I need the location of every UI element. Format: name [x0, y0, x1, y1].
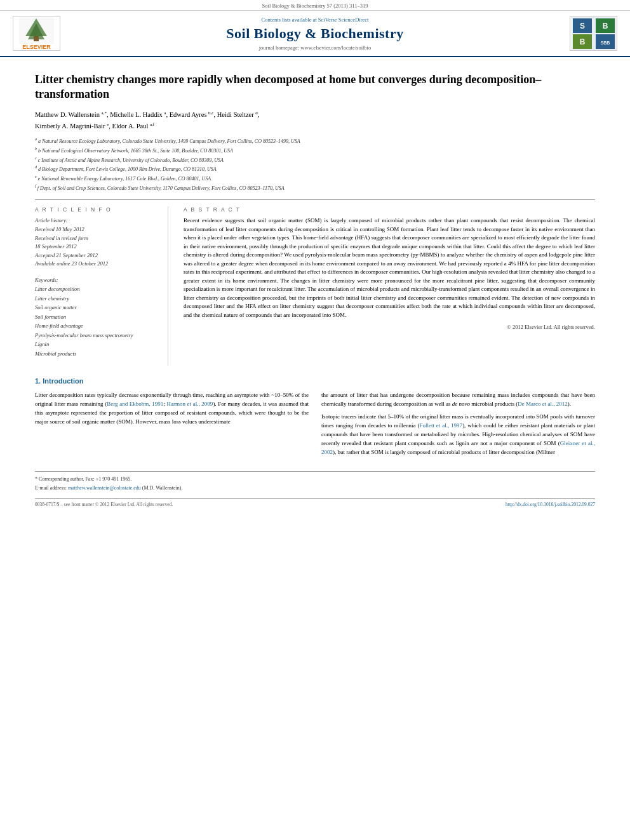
abstract-column: A B S T R A C T Recent evidence suggests… — [181, 206, 595, 366]
ref-berg[interactable]: Berg and Ekbohm, 1991 — [107, 401, 163, 407]
intro-left-col: Litter decomposition rates typically dec… — [35, 391, 309, 461]
journal-citation-bar: Soil Biology & Biochemistry 57 (2013) 31… — [0, 0, 630, 11]
journal-title: Soil Biology & Biochemistry — [70, 25, 560, 42]
svg-rect-3 — [34, 36, 39, 41]
aff-e: e e National Renewable Energy Laboratory… — [35, 174, 595, 183]
intro-body: Litter decomposition rates typically dec… — [35, 391, 595, 461]
intro-section-title: 1. Introduction — [35, 377, 595, 385]
journal-citation: Soil Biology & Biochemistry 57 (2013) 31… — [262, 3, 368, 9]
copyright: © 2012 Elsevier Ltd. All rights reserved… — [184, 323, 595, 331]
keyword-6: Pyrolysis-molecular beam mass spectromet… — [35, 331, 158, 340]
author-paul: Eldor A. Paul a,f — [112, 123, 155, 130]
journal-title-area: Contents lists available at SciVerse Sci… — [70, 17, 560, 51]
header-divider — [35, 199, 595, 200]
ref-demarco[interactable]: De Marco et al., 2012 — [518, 401, 567, 407]
keyword-8: Microbial products — [35, 349, 158, 358]
article-title: Litter chemistry changes more rapidly wh… — [35, 72, 595, 102]
svg-text:B: B — [602, 22, 608, 30]
article-history-block: Article history: Received 10 May 2012 Re… — [35, 217, 158, 269]
footnotes-area: * Corresponding author. Fax: +1 970 491 … — [35, 471, 595, 492]
aff-a: a a Natural Resource Ecology Laboratory,… — [35, 137, 595, 145]
introduction-section: 1. Introduction Litter decomposition rat… — [35, 377, 595, 461]
footer-doi[interactable]: http://dx.doi.org/10.1016/j.soilbio.2012… — [506, 502, 595, 507]
journal-header: ELSEVIER Contents lists available at Sci… — [0, 11, 630, 57]
author-steltzer: Heidi Steltzer d, — [217, 111, 260, 118]
elsevier-text: ELSEVIER — [22, 44, 51, 50]
svg-text:B: B — [579, 37, 585, 46]
keyword-1: Litter decomposition — [35, 284, 158, 293]
sciverse-text: Contents lists available at SciVerse Sci… — [70, 17, 560, 23]
keyword-7: Lignin — [35, 340, 158, 349]
ref-gleixner[interactable]: Gleixner et al., 2002 — [321, 440, 595, 455]
author-wallenstein: Matthew D. Wallenstein a,*, — [35, 111, 110, 118]
ref-follett[interactable]: Follett et al., 1997 — [419, 422, 462, 429]
aff-d: d d Biology Department, Fort Lewis Colle… — [35, 164, 595, 173]
article-info-abstract-section: A R T I C L E I N F O Article history: R… — [35, 206, 595, 366]
journal-homepage: journal homepage: www.elsevier.com/locat… — [70, 44, 560, 51]
keywords-block: Keywords: Litter decomposition Litter ch… — [35, 276, 158, 358]
article-info-column: A R T I C L E I N F O Article history: R… — [35, 206, 168, 366]
authors-line: Matthew D. Wallenstein a,*, Michelle L. … — [35, 110, 595, 132]
affiliations: a a Natural Resource Ecology Laboratory,… — [35, 137, 595, 192]
fn-email: E-mail address: matthew.wallenstein@colo… — [35, 484, 595, 492]
svg-text:SBB: SBB — [600, 41, 610, 45]
sbb-logo-area: S B B SBB — [560, 16, 617, 51]
aff-b: b b National Ecological Observatory Netw… — [35, 146, 595, 155]
footer-bar: 0038-0717/$ – see front matter © 2012 El… — [35, 498, 595, 507]
abstract-text: Recent evidence suggests that soil organ… — [184, 217, 595, 331]
available-date: Available online 23 October 2012 — [35, 260, 158, 269]
keywords-list: Litter decomposition Litter chemistry So… — [35, 284, 158, 358]
revised-label: Received in revised form — [35, 234, 158, 243]
abstract-heading: A B S T R A C T — [184, 206, 595, 213]
ref-harmon[interactable]: Harmon et al., 2009 — [166, 401, 213, 407]
history-label: Article history: — [35, 217, 158, 225]
article-info-heading: A R T I C L E I N F O — [35, 206, 158, 213]
elsevier-logo: ELSEVIER — [13, 16, 60, 51]
accepted-date: Accepted 21 September 2012 — [35, 251, 158, 260]
svg-text:S: S — [579, 22, 584, 30]
email-link[interactable]: matthew.wallenstein@colostate.edu — [68, 485, 141, 491]
author-haddix: Michelle L. Haddix a, — [110, 111, 170, 118]
keyword-3: Soil organic matter — [35, 303, 158, 312]
revised-date: 18 September 2012 — [35, 243, 158, 251]
keyword-2: Litter chemistry — [35, 294, 158, 303]
keyword-5: Home-field advantage — [35, 321, 158, 330]
fn-corresponding: * Corresponding author. Fax: +1 970 491 … — [35, 476, 595, 483]
aff-f: f f Dept. of Soil and Crop Sciences, Col… — [35, 183, 595, 192]
intro-right-col: the amount of litter that has undergone … — [321, 391, 595, 461]
footer-issn: 0038-0717/$ – see front matter © 2012 El… — [35, 502, 173, 507]
sbb-logo: S B B SBB — [570, 16, 617, 51]
keyword-4: Soil formation — [35, 312, 158, 321]
author-magrini: Kimberly A. Magrini-Bair e, — [35, 123, 112, 130]
received-date: Received 10 May 2012 — [35, 225, 158, 234]
aff-c: c c Institute of Arctic and Alpine Resea… — [35, 156, 595, 164]
elsevier-logo-area: ELSEVIER — [13, 16, 70, 51]
main-content: Litter chemistry changes more rapidly wh… — [0, 57, 630, 517]
author-ayres: Edward Ayres b,c, — [170, 111, 217, 118]
keywords-label: Keywords: — [35, 276, 158, 285]
